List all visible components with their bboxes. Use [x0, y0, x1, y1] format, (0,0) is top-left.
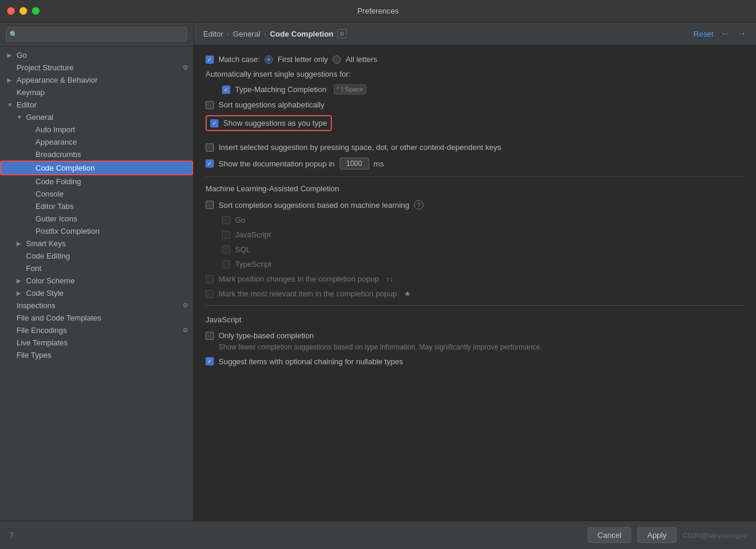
- sidebar-item-general[interactable]: ▼ General: [0, 111, 193, 123]
- only-type-based-checkbox[interactable]: [206, 332, 214, 340]
- dialog-footer: ? Cancel Apply CSDN@tianyouougou: [0, 521, 756, 549]
- sidebar-item-label: General: [26, 113, 53, 122]
- nav-forward-button[interactable]: →: [737, 28, 747, 39]
- arrow-icon: ▶: [7, 77, 17, 83]
- mark-position-checkbox[interactable]: [206, 275, 214, 283]
- sidebar-item-label: Appearance: [35, 138, 77, 146]
- type-matching-checkbox[interactable]: [222, 86, 230, 94]
- sort-ml-checkbox[interactable]: [206, 201, 214, 209]
- show-doc-popup-checkbox[interactable]: [206, 159, 214, 168]
- ml-ts-checkbox[interactable]: [222, 260, 230, 269]
- ml-sql-checkbox[interactable]: [222, 246, 230, 254]
- gear-icon: ⚙: [183, 302, 188, 309]
- only-type-based-label: Only type-based completion: [219, 331, 314, 340]
- sidebar-item-editor[interactable]: ▼ Editor: [0, 99, 193, 111]
- show-suggestions-checkbox[interactable]: [210, 119, 219, 128]
- help-button[interactable]: ?: [9, 531, 14, 540]
- sidebar-item-label: Code Style: [26, 289, 64, 298]
- only-type-based-row: Only type-based completion: [206, 331, 744, 340]
- sidebar-item-appearance[interactable]: Appearance: [0, 136, 193, 148]
- sidebar-item-label: Smart Keys: [26, 239, 66, 248]
- search-icon: 🔍: [9, 31, 18, 38]
- sidebar-item-appearance-behavior[interactable]: ▶ Appearance & Behavior: [0, 74, 193, 86]
- ml-lang-sql-row: SQL: [206, 245, 744, 254]
- ml-ts-label: TypeScript: [235, 260, 271, 269]
- sidebar-item-label: Editor: [17, 100, 37, 109]
- ml-lang-ts-row: TypeScript: [206, 260, 744, 269]
- sort-alpha-checkbox[interactable]: [206, 101, 214, 109]
- sort-ml-help-icon[interactable]: ?: [414, 200, 423, 210]
- sidebar-item-live-templates[interactable]: Live Templates: [0, 336, 193, 349]
- insert-space-checkbox[interactable]: [206, 143, 214, 152]
- match-case-checkbox[interactable]: [206, 55, 214, 64]
- sidebar-item-keymap[interactable]: Keymap: [0, 86, 193, 99]
- sidebar-item-label: Appearance & Behavior: [17, 76, 97, 84]
- sidebar-item-go[interactable]: ▶ Go: [0, 49, 193, 61]
- sidebar-item-code-style[interactable]: ▶ Code Style: [0, 287, 193, 299]
- sidebar-item-label: File Types: [17, 351, 51, 360]
- show-doc-popup-label: Show the documentation popup in: [219, 159, 335, 168]
- mark-position-row: Mark position changes in the completion …: [206, 274, 744, 283]
- suggest-chaining-checkbox[interactable]: [206, 357, 214, 365]
- sidebar-item-smart-keys[interactable]: ▶ Smart Keys: [0, 237, 193, 250]
- breadcrumb-sep2: ›: [264, 30, 266, 38]
- doc-popup-ms-suffix: ms: [374, 159, 384, 168]
- auto-insert-row: Automatically insert single suggestions …: [206, 70, 744, 79]
- ml-sql-label: SQL: [235, 245, 250, 254]
- sort-alpha-row: Sort suggestions alphabetically: [206, 100, 744, 109]
- show-suggestions-label: Show suggestions as you type: [223, 119, 327, 128]
- first-letter-radio[interactable]: [265, 55, 273, 64]
- only-type-based-desc: Show fewer completion suggestions based …: [219, 342, 744, 352]
- ml-js-checkbox[interactable]: [222, 231, 230, 239]
- suggest-chaining-label: Suggest items with optional chaining for…: [219, 357, 403, 366]
- nav-back-button[interactable]: ←: [721, 28, 730, 39]
- sidebar-item-auto-import[interactable]: Auto Import: [0, 123, 193, 136]
- sidebar-item-code-folding[interactable]: Code Folding: [0, 175, 193, 188]
- show-suggestions-container: Show suggestions as you type: [206, 115, 744, 137]
- sidebar-item-postfix-completion[interactable]: Postfix Completion: [0, 225, 193, 237]
- type-matching-row: Type-Matching Completion ^⇧Space: [206, 84, 744, 94]
- arrow-icon: ▶: [7, 52, 17, 58]
- sidebar-item-project-structure[interactable]: Project Structure ⚙: [0, 61, 193, 74]
- cancel-button[interactable]: Cancel: [588, 527, 631, 543]
- suggest-chaining-row: Suggest items with optional chaining for…: [206, 357, 744, 366]
- sidebar-item-color-scheme[interactable]: ▶ Color Scheme: [0, 274, 193, 287]
- sort-ml-row: Sort completion suggestions based on mac…: [206, 200, 744, 210]
- doc-popup-ms-input[interactable]: [340, 158, 369, 169]
- all-letters-radio[interactable]: [333, 55, 341, 64]
- panel-header-right: Reset ← →: [693, 28, 747, 39]
- section-divider-ml: [206, 177, 744, 177]
- maximize-button[interactable]: [32, 7, 40, 15]
- sidebar-item-inspections[interactable]: Inspections ⚙: [0, 299, 193, 312]
- sidebar-item-code-editing[interactable]: Code Editing: [0, 250, 193, 262]
- window-controls: [7, 7, 40, 15]
- sort-alpha-label: Sort suggestions alphabetically: [219, 100, 324, 109]
- apply-button[interactable]: Apply: [637, 527, 677, 543]
- type-matching-label: Type-Matching Completion: [235, 85, 327, 94]
- mark-relevant-checkbox[interactable]: [206, 290, 214, 298]
- arrow-icon: ▶: [17, 277, 26, 284]
- sidebar-item-breadcrumbs[interactable]: Breadcrumbs: [0, 148, 193, 161]
- ml-lang-go-row: Go: [206, 215, 744, 224]
- minimize-button[interactable]: [19, 7, 27, 15]
- section-divider-js: [206, 305, 744, 306]
- search-input[interactable]: [6, 27, 187, 41]
- sidebar-item-console[interactable]: Console: [0, 188, 193, 200]
- watermark: CSDN@tianyouougou: [683, 532, 747, 539]
- title-bar: Preferences: [0, 0, 756, 22]
- sidebar-item-code-completion[interactable]: Code Completion: [0, 161, 193, 175]
- sidebar-item-label: Project Structure: [17, 63, 74, 72]
- sidebar-item-file-code-templates[interactable]: File and Code Templates: [0, 312, 193, 324]
- sidebar-item-font[interactable]: Font: [0, 262, 193, 274]
- ml-go-checkbox[interactable]: [222, 216, 230, 224]
- sidebar-item-label: Keymap: [17, 88, 45, 97]
- reset-button[interactable]: Reset: [693, 30, 713, 38]
- sidebar-item-editor-tabs[interactable]: Editor Tabs: [0, 200, 193, 213]
- close-button[interactable]: [7, 7, 15, 15]
- breadcrumb-editor: Editor: [203, 30, 223, 38]
- arrow-icon: ▼: [7, 102, 17, 108]
- sidebar-item-file-encodings[interactable]: File Encodings ⚙: [0, 324, 193, 336]
- show-doc-popup-row: Show the documentation popup in ms: [206, 158, 744, 169]
- sidebar-item-gutter-icons[interactable]: Gutter Icons: [0, 213, 193, 225]
- sidebar-item-file-types[interactable]: File Types: [0, 349, 193, 361]
